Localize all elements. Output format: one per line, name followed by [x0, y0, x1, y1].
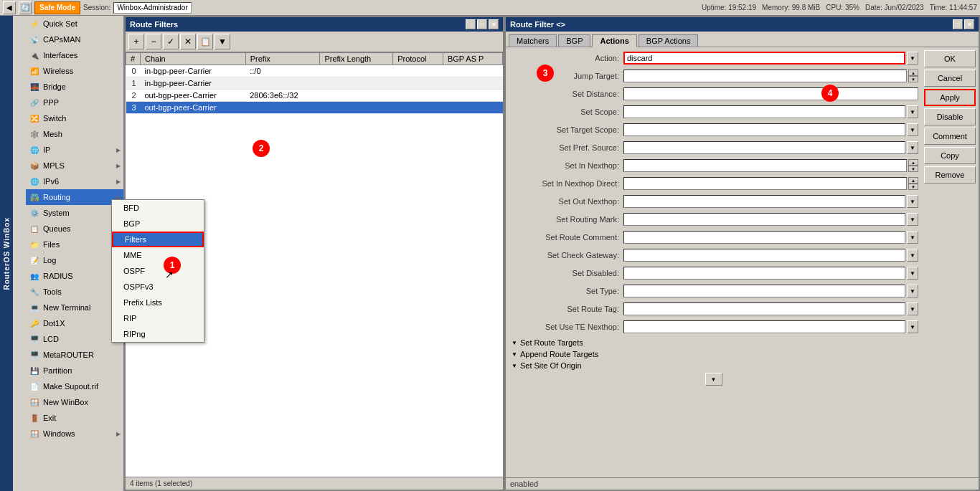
tab-bgp-actions[interactable]: BGP Actions — [639, 34, 699, 47]
sidebar-item-windows[interactable]: 🪟 Windows ▶ — [26, 426, 123, 442]
submenu-rip[interactable]: RIP — [112, 310, 204, 326]
jump-target-down-btn[interactable]: ▼ — [908, 76, 918, 82]
set-in-nexthop-input[interactable] — [623, 159, 907, 172]
taskbar-refresh-btn[interactable]: 🔄 — [19, 1, 32, 14]
copy-button-rfd[interactable]: Copy — [924, 147, 976, 164]
submenu-ospfv3[interactable]: OSPFv3 — [112, 279, 204, 295]
sidebar-item-radius[interactable]: 👥 RADIUS — [26, 268, 123, 284]
remove-button-rfd[interactable]: Remove — [924, 166, 976, 183]
set-target-scope-dropdown-btn[interactable]: ▼ — [907, 123, 918, 136]
disable-button-rfd[interactable]: Disable — [924, 108, 976, 125]
table-row[interactable]: 1 in-bgp-peer-Carrier — [126, 77, 503, 90]
cancel-button[interactable]: Cancel — [924, 70, 976, 87]
taskbar-back-btn[interactable]: ◀ — [3, 1, 16, 14]
set-route-targets-collapse[interactable]: ▼ Set Route Targets — [509, 337, 918, 348]
sidebar-item-wireless[interactable]: 📶 Wireless — [26, 63, 123, 79]
enable-button[interactable]: ✓ — [163, 34, 179, 49]
sidebar-item-new-winbox[interactable]: 🪟 New WinBox — [26, 394, 123, 410]
set-scope-dropdown-btn[interactable]: ▼ — [907, 105, 918, 118]
jump-target-input[interactable] — [623, 70, 907, 82]
set-use-te-nexthop-dropdown-btn[interactable]: ▼ — [907, 320, 918, 333]
sidebar-item-queues[interactable]: 📋 Queues — [26, 221, 123, 237]
sidebar-item-tools[interactable]: 🔧 Tools ▶ — [26, 284, 123, 300]
sidebar-item-switch[interactable]: 🔀 Switch — [26, 110, 123, 126]
submenu-ripng[interactable]: RIPng — [112, 326, 204, 342]
sidebar-item-lcd[interactable]: 🖥️ LCD — [26, 331, 123, 347]
copy-button[interactable]: 📋 — [197, 34, 213, 49]
sidebar-item-partition[interactable]: 💾 Partition — [26, 363, 123, 378]
submenu-ospf[interactable]: OSPF — [112, 263, 204, 279]
sidebar-item-interfaces[interactable]: 🔌 Interfaces — [26, 47, 123, 63]
add-button[interactable]: + — [128, 34, 144, 49]
set-scope-input[interactable] — [623, 105, 905, 118]
set-use-te-nexthop-input[interactable] — [623, 320, 905, 333]
set-check-gateway-dropdown-btn[interactable]: ▼ — [907, 249, 918, 262]
set-in-nexthop-up-btn[interactable]: ▲ — [908, 159, 918, 166]
sidebar-item-files[interactable]: 📁 Files — [26, 237, 123, 252]
set-type-input[interactable] — [623, 285, 905, 297]
tab-actions[interactable]: Actions — [592, 34, 636, 47]
set-distance-input[interactable] — [623, 87, 918, 100]
set-out-nexthop-input[interactable] — [623, 195, 905, 208]
set-in-nexthop-down-btn[interactable]: ▼ — [908, 166, 918, 172]
set-in-nexthop-direct-up-btn[interactable]: ▲ — [908, 177, 918, 183]
set-site-of-origin-collapse[interactable]: ▼ Set Site Of Origin — [509, 360, 918, 371]
sidebar-item-exit[interactable]: 🚪 Exit — [26, 410, 123, 426]
set-route-tag-input[interactable] — [623, 302, 905, 315]
submenu-bfd[interactable]: BFD — [112, 200, 204, 216]
remove-button[interactable]: − — [146, 34, 161, 49]
set-routing-mark-dropdown-btn[interactable]: ▼ — [907, 213, 918, 226]
sidebar-item-capsman[interactable]: 📡 CAPsMAN — [26, 32, 123, 47]
set-in-nexthop-direct-down-btn[interactable]: ▼ — [908, 183, 918, 190]
sidebar-item-log[interactable]: 📝 Log — [26, 252, 123, 268]
ok-button[interactable]: OK — [924, 50, 976, 67]
set-pref-source-dropdown-btn[interactable]: ▼ — [907, 141, 918, 154]
set-target-scope-input[interactable] — [623, 123, 905, 136]
set-pref-source-input[interactable] — [623, 141, 905, 154]
rfd-minimize-btn[interactable]: □ — [953, 19, 963, 29]
apply-button[interactable]: Apply — [924, 89, 976, 106]
rfd-close-btn[interactable]: ✕ — [964, 19, 974, 29]
rf-maximize-btn[interactable]: □ — [477, 19, 487, 29]
scroll-down-btn[interactable]: ▼ — [705, 373, 722, 386]
sidebar-item-ip[interactable]: 🌐 IP ▶ — [26, 142, 123, 158]
tab-matchers[interactable]: Matchers — [509, 34, 557, 47]
set-in-nexthop-direct-input[interactable] — [623, 177, 907, 190]
append-route-targets-collapse[interactable]: ▼ Append Route Targets — [509, 348, 918, 360]
sidebar-item-mpls[interactable]: 📦 MPLS ▶ — [26, 158, 123, 173]
submenu-prefix-lists[interactable]: Prefix Lists — [112, 295, 204, 310]
disable-button[interactable]: ✕ — [180, 34, 196, 49]
submenu-mme[interactable]: MME — [112, 247, 204, 263]
comment-button[interactable]: Comment — [924, 128, 976, 145]
filter-button[interactable]: ▼ — [215, 34, 230, 49]
set-out-nexthop-dropdown-btn[interactable]: ▼ — [907, 195, 918, 208]
sidebar-item-routing[interactable]: 🛣️ Routing ▶ — [26, 189, 123, 205]
table-row[interactable]: 2 out-bgp-peer-Carrier 2806:3e6::/32 — [126, 90, 503, 102]
sidebar-item-quick-set[interactable]: ⚡ Quick Set — [26, 16, 123, 32]
sidebar-item-bridge[interactable]: 🌉 Bridge — [26, 79, 123, 95]
sidebar-item-new-terminal[interactable]: 💻 New Terminal — [26, 300, 123, 315]
sidebar-item-metarouter[interactable]: 🖥️ MetaROUTER — [26, 347, 123, 363]
table-row[interactable]: 0 in-bgp-peer-Carrier ::/0 — [126, 65, 503, 77]
sidebar-item-make-supout[interactable]: 📄 Make Supout.rif — [26, 378, 123, 394]
action-value[interactable]: discard — [623, 52, 905, 65]
set-disabled-dropdown-btn[interactable]: ▼ — [907, 267, 918, 280]
rf-minimize-btn[interactable]: _ — [466, 19, 476, 29]
sidebar-item-mesh[interactable]: 🕸️ Mesh — [26, 126, 123, 142]
set-route-comment-dropdown-btn[interactable]: ▼ — [907, 231, 918, 244]
set-type-dropdown-btn[interactable]: ▼ — [907, 285, 918, 297]
submenu-filters[interactable]: Filters — [112, 232, 204, 247]
set-check-gateway-input[interactable] — [623, 249, 905, 262]
tab-bgp[interactable]: BGP — [558, 34, 590, 47]
set-route-comment-input[interactable] — [623, 231, 905, 244]
sidebar-item-ipv6[interactable]: 🌐 IPv6 ▶ — [26, 173, 123, 189]
set-route-tag-dropdown-btn[interactable]: ▼ — [907, 302, 918, 315]
set-routing-mark-input[interactable] — [623, 213, 905, 226]
sidebar-item-ppp[interactable]: 🔗 PPP — [26, 95, 123, 110]
rf-close-btn[interactable]: ✕ — [489, 19, 499, 29]
action-dropdown-btn[interactable]: ▼ — [907, 52, 918, 65]
jump-target-up-btn[interactable]: ▲ — [908, 70, 918, 76]
sidebar-item-dot1x[interactable]: 🔑 Dot1X — [26, 315, 123, 331]
table-row-selected[interactable]: 3 out-bgp-peer-Carrier — [126, 102, 503, 114]
set-disabled-input[interactable] — [623, 267, 905, 280]
